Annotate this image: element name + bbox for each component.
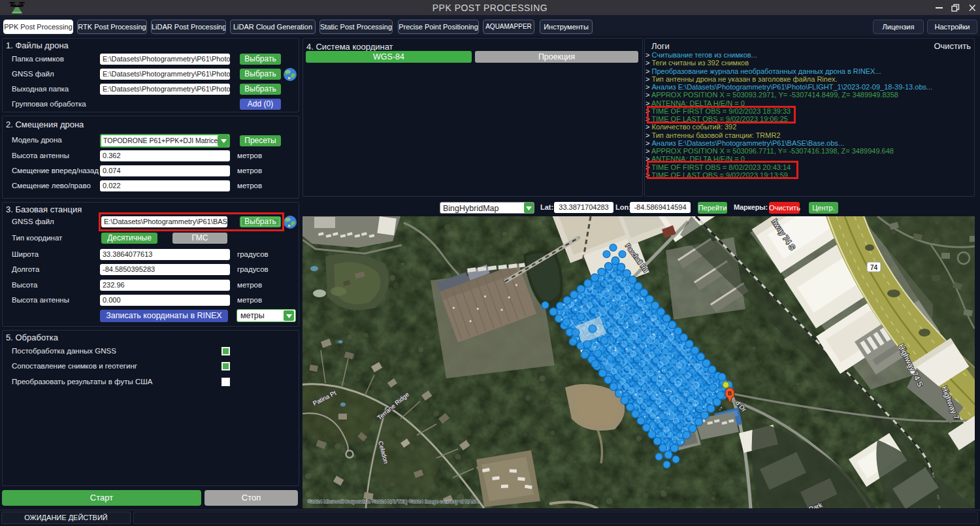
svg-text:74: 74: [870, 264, 878, 271]
svg-text:©2024 Microsoft Corporation ©: ©2024 Microsoft Corporation ©2024 NAVTEQ…: [308, 499, 478, 504]
svg-text:B: B: [728, 390, 732, 397]
